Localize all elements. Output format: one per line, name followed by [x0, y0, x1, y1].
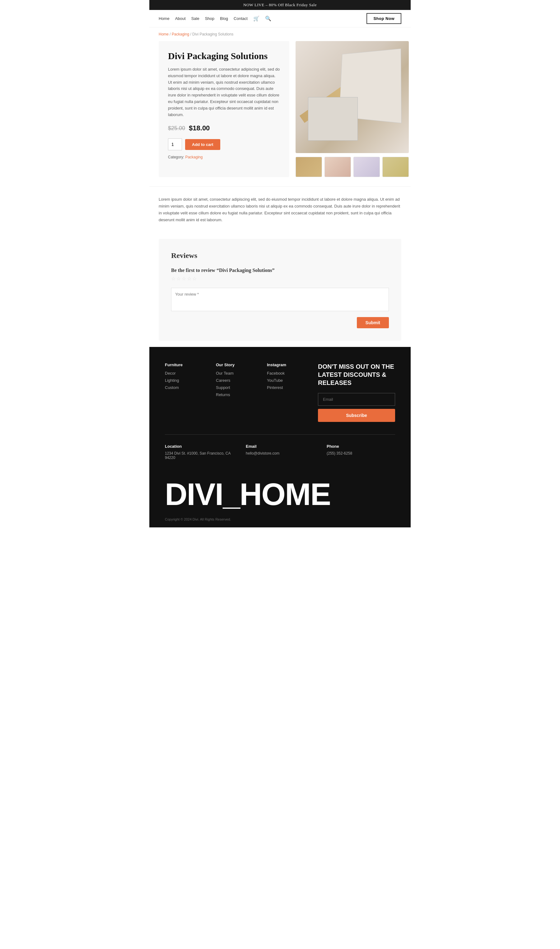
footer-bottom: Location 1234 Divi St. #1000, San Franci… [165, 434, 395, 460]
reviews-section: Reviews Be the first to review “Divi Pac… [158, 239, 402, 341]
star-4[interactable]: ☆ [187, 276, 191, 281]
thumbnail-4[interactable] [382, 157, 409, 177]
product-image-placeholder [295, 41, 409, 153]
review-textarea[interactable] [171, 288, 389, 311]
phone-label: Phone [327, 444, 395, 449]
footer-link-custom[interactable]: Custom [165, 385, 203, 390]
footer-newsletter: DON'T MISS OUT ON THE LATEST DISCOUNTS &… [318, 363, 395, 422]
main-product-image: SALE! 🔍 [295, 41, 409, 153]
footer-link-decor[interactable]: Decor [165, 371, 203, 375]
footer-col-furniture: Furniture Decor Lighting Custom [165, 363, 203, 422]
shop-now-button[interactable]: Shop Now [366, 13, 402, 24]
footer-top: Furniture Decor Lighting Custom Our Stor… [165, 363, 395, 422]
banner-text: NOW LIVE – 80% Off Black Friday Sale [243, 3, 317, 7]
product-long-description: Lorem ipsum dolor sit amet, consectetur … [149, 186, 411, 233]
breadcrumb-home[interactable]: Home [158, 32, 169, 36]
star-rating[interactable]: ☆ ☆ ☆ ☆ ☆ [171, 276, 389, 281]
footer-link-returns[interactable]: Returns [216, 392, 254, 397]
category-line: Category: Packaging [168, 155, 280, 159]
category-link[interactable]: Packaging [185, 155, 203, 159]
nav-about[interactable]: About [175, 16, 186, 21]
add-to-cart-button[interactable]: Add to cart [185, 139, 220, 150]
quantity-input[interactable] [168, 138, 182, 150]
footer-link-support[interactable]: Support [216, 385, 254, 390]
nav-contact[interactable]: Contact [234, 16, 248, 21]
footer-phone: Phone (255) 352-6258 [327, 444, 395, 460]
navigation: Home About Sale Shop Blog Contact 🛒 🔍 Sh… [149, 10, 411, 28]
footer-col3-title: Instagram [267, 363, 306, 367]
subscribe-button[interactable]: Subscribe [318, 409, 395, 422]
footer-brand: DIVI_HOME [149, 469, 411, 513]
box-decoration-2 [308, 97, 358, 141]
price-old: $25.00 [168, 125, 185, 132]
copyright: Copyright © 2024 Divi. All Rights Reserv… [149, 513, 411, 528]
search-icon[interactable]: 🔍 [265, 15, 271, 22]
phone-value: (255) 352-6258 [327, 451, 395, 455]
thumbnail-2[interactable] [325, 157, 351, 177]
star-2[interactable]: ☆ [176, 276, 181, 281]
footer-link-our-team[interactable]: Our Team [216, 371, 254, 375]
location-label: Location [165, 444, 233, 449]
reviews-title: Reviews [171, 251, 389, 260]
star-3[interactable]: ☆ [182, 276, 186, 281]
review-subtitle: Be the first to review “Divi Packaging S… [171, 268, 389, 273]
email-input[interactable] [318, 393, 395, 406]
top-banner: NOW LIVE – 80% Off Black Friday Sale [149, 0, 411, 10]
footer-col1-title: Furniture [165, 363, 203, 367]
email-label: Email [246, 444, 314, 449]
star-5[interactable]: ☆ [192, 276, 197, 281]
footer-email: Email hello@divistore.com [246, 444, 314, 460]
nav-home[interactable]: Home [158, 16, 169, 21]
newsletter-title: DON'T MISS OUT ON THE LATEST DISCOUNTS &… [318, 363, 395, 387]
footer-col2-title: Our Story [216, 363, 254, 367]
breadcrumb-current: Divi Packaging Solutions [192, 32, 233, 36]
thumbnail-3[interactable] [354, 157, 380, 177]
footer: Furniture Decor Lighting Custom Our Stor… [149, 347, 411, 469]
footer-col-story: Our Story Our Team Careers Support Retur… [216, 363, 254, 422]
product-thumbnails [295, 157, 409, 177]
footer-link-pinterest[interactable]: Pinterest [267, 385, 306, 390]
nav-shop[interactable]: Shop [205, 16, 214, 21]
nav-links: Home About Sale Shop Blog Contact 🛒 🔍 [158, 15, 366, 22]
category-label: Category: [168, 155, 184, 159]
long-desc-text: Lorem ipsum dolor sit amet, consectetur … [158, 196, 402, 223]
product-description: Lorem ipsum dolor sit amet, consectetur … [168, 66, 280, 118]
footer-link-lighting[interactable]: Lighting [165, 378, 203, 383]
nav-sale[interactable]: Sale [191, 16, 199, 21]
nav-blog[interactable]: Blog [220, 16, 228, 21]
product-info: Divi Packaging Solutions Lorem ipsum dol… [158, 41, 289, 177]
breadcrumb: Home / Packaging / Divi Packaging Soluti… [149, 28, 411, 41]
footer-col-social: Instagram Facebook YouTube Pinterest [267, 363, 306, 422]
footer-link-youtube[interactable]: YouTube [267, 378, 306, 383]
price-container: $25.00 $18.00 [168, 124, 280, 132]
submit-row: Submit [171, 317, 389, 328]
price-new: $18.00 [189, 124, 210, 132]
footer-location: Location 1234 Divi St. #1000, San Franci… [165, 444, 233, 460]
cart-icon[interactable]: 🛒 [253, 15, 260, 22]
product-section: Divi Packaging Solutions Lorem ipsum dol… [149, 41, 411, 186]
thumbnail-1[interactable] [295, 157, 322, 177]
email-value: hello@divistore.com [246, 451, 314, 455]
location-value: 1234 Divi St. #1000, San Francisco, CA 9… [165, 451, 233, 460]
footer-link-careers[interactable]: Careers [216, 378, 254, 383]
brand-name: DIVI_HOME [165, 478, 395, 510]
footer-link-facebook[interactable]: Facebook [267, 371, 306, 375]
product-title: Divi Packaging Solutions [168, 51, 280, 62]
quantity-add-row: Add to cart [168, 138, 280, 150]
copyright-text: Copyright © 2024 Divi. All Rights Reserv… [165, 517, 231, 521]
breadcrumb-packaging[interactable]: Packaging [172, 32, 189, 36]
submit-button[interactable]: Submit [357, 317, 389, 328]
star-1[interactable]: ☆ [171, 276, 175, 281]
product-images: SALE! 🔍 [289, 41, 409, 177]
